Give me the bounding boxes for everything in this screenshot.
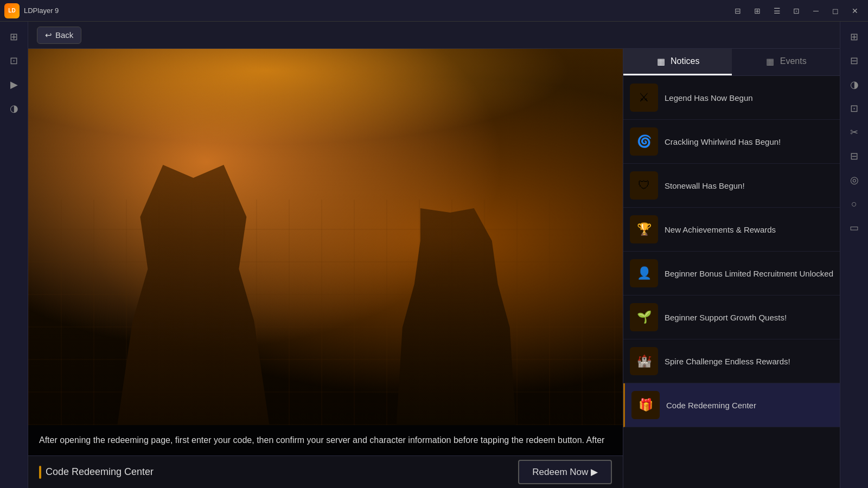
app-title: LDPlayer 9	[24, 7, 59, 15]
notice-item[interactable]: 🌱Beginner Support Growth Quests!	[623, 296, 840, 339]
notice-item[interactable]: 🏰Spire Challenge Endless Rewards!	[623, 339, 840, 383]
code-center-label: Code Redeeming Center	[39, 466, 154, 479]
redeem-btn-label: Redeem Now ▶	[532, 466, 598, 478]
notices-tab-label: Notices	[671, 56, 699, 66]
code-center-text: Code Redeeming Center	[46, 466, 154, 478]
restore-button[interactable]: ◻	[827, 3, 844, 18]
banner-background	[28, 49, 623, 425]
notice-item[interactable]: 👤Beginner Bonus Limited Recruitment Unlo…	[623, 252, 840, 296]
title-bar-left: LD LDPlayer 9	[4, 3, 59, 18]
redeem-now-button[interactable]: Redeem Now ▶	[518, 460, 612, 484]
right-sidebar-icon-1[interactable]: ⊞	[844, 26, 865, 48]
sidebar-icon-play[interactable]: ▶	[3, 74, 25, 95]
sidebar-icon-home[interactable]: ⊞	[3, 26, 25, 48]
close-button[interactable]: ✕	[846, 3, 864, 18]
banner-area	[28, 49, 623, 425]
events-tab-icon: ▦	[765, 56, 776, 67]
notice-avatar: ⚔	[630, 84, 658, 112]
notice-avatar-icon: ⚔	[630, 84, 658, 112]
back-label: Back	[55, 30, 73, 40]
notice-avatar: 🌀	[630, 127, 658, 156]
notice-item-title: Beginner Support Growth Quests!	[665, 312, 833, 323]
notice-avatar-icon: 🎁	[631, 391, 660, 419]
notice-item[interactable]: 🎁Code Redeeming Center	[623, 383, 840, 427]
notices-tab-icon: ▦	[655, 56, 666, 67]
right-sidebar-icon-6[interactable]: ⊟	[844, 145, 865, 167]
content-area: ↩ Back Aft	[28, 22, 840, 488]
description-text: After opening the redeeming page, first …	[39, 434, 612, 447]
minimize-button[interactable]: ─	[807, 3, 825, 18]
right-sidebar-icon-9[interactable]: ▭	[844, 217, 865, 239]
notice-item-title: Stonewall Has Begun!	[665, 180, 833, 191]
right-sidebar-icon-4[interactable]: ⊡	[844, 98, 865, 119]
notices-list: ⚔Legend Has Now Begun🌀Crackling Whirlwin…	[623, 76, 840, 488]
notice-avatar: 🏰	[630, 347, 658, 375]
notice-avatar: 🎁	[631, 391, 660, 419]
sidebar-icon-settings[interactable]: ◑	[3, 98, 25, 119]
content-topbar: ↩ Back	[28, 22, 840, 49]
footer-bar: Code Redeeming Center Redeem Now ▶	[28, 455, 623, 488]
code-center-bar-decoration	[39, 466, 41, 479]
right-sidebar-icon-5[interactable]: ✂	[844, 121, 865, 143]
content-body: After opening the redeeming page, first …	[28, 49, 840, 488]
bg-structure	[28, 200, 623, 425]
title-bar-controls: ⊟ ⊞ ☰ ⊡ ─ ◻ ✕	[729, 3, 864, 18]
toolbar-btn-4[interactable]: ⊡	[788, 3, 805, 18]
notice-avatar-icon: 🏰	[630, 347, 658, 375]
notice-item-title: Legend Has Now Begun	[665, 92, 833, 104]
right-sidebar-icon-2[interactable]: ⊟	[844, 50, 865, 72]
notice-avatar: 👤	[630, 259, 658, 287]
notice-item-title: Beginner Bonus Limited Recruitment Unloc…	[665, 268, 833, 279]
notice-item-title: New Achievements & Rewards	[665, 224, 833, 235]
notice-item[interactable]: 🛡Stonewall Has Begun!	[623, 164, 840, 208]
notice-item[interactable]: ⚔Legend Has Now Begun	[623, 76, 840, 120]
notices-panel: ▦ Notices ▦ Events ⚔Legend Has Now Begun…	[623, 49, 840, 488]
ld-logo: LD	[4, 3, 20, 18]
right-sidebar-icon-7[interactable]: ◎	[844, 169, 865, 191]
main-panel: After opening the redeeming page, first …	[28, 49, 623, 488]
back-button[interactable]: ↩ Back	[37, 27, 81, 44]
toolbar-btn-2[interactable]: ⊞	[749, 3, 766, 18]
sidebar-icon-apps[interactable]: ⊡	[3, 50, 25, 72]
tab-notices[interactable]: ▦ Notices	[623, 49, 732, 75]
notice-avatar-icon: 🌱	[630, 303, 658, 331]
notice-avatar-icon: 👤	[630, 259, 658, 287]
notice-avatar: 🏆	[630, 215, 658, 243]
right-sidebar: ⊞ ⊟ ◑ ⊡ ✂ ⊟ ◎ ○ ▭	[840, 22, 868, 488]
right-sidebar-icon-3[interactable]: ◑	[844, 74, 865, 95]
main-area: ⊞ ⊡ ▶ ◑ ↩ Back	[0, 22, 868, 488]
back-arrow-icon: ↩	[45, 30, 52, 40]
tab-events[interactable]: ▦ Events	[732, 49, 840, 75]
description-area: After opening the redeeming page, first …	[28, 425, 623, 455]
right-sidebar-icon-8[interactable]: ○	[844, 193, 865, 215]
notices-tabs: ▦ Notices ▦ Events	[623, 49, 840, 76]
notice-avatar: 🛡	[630, 171, 658, 200]
toolbar-btn-1[interactable]: ⊟	[729, 3, 746, 18]
notice-avatar-icon: 🌀	[630, 127, 658, 156]
glow-effect	[28, 49, 623, 157]
notice-avatar-icon: 🏆	[630, 215, 658, 243]
notice-item-title: Spire Challenge Endless Rewards!	[665, 356, 833, 367]
notice-avatar-icon: 🛡	[630, 171, 658, 200]
events-tab-label: Events	[780, 56, 807, 66]
notice-item-title: Crackling Whirlwind Has Begun!	[665, 136, 833, 147]
notice-item[interactable]: 🌀Crackling Whirlwind Has Begun!	[623, 120, 840, 164]
notice-item[interactable]: 🏆New Achievements & Rewards	[623, 208, 840, 252]
notice-item-title: Code Redeeming Center	[666, 400, 833, 411]
title-bar: LD LDPlayer 9 ⊟ ⊞ ☰ ⊡ ─ ◻ ✕	[0, 0, 868, 22]
notice-avatar: 🌱	[630, 303, 658, 331]
left-sidebar: ⊞ ⊡ ▶ ◑	[0, 22, 28, 488]
toolbar-btn-3[interactable]: ☰	[768, 3, 786, 18]
